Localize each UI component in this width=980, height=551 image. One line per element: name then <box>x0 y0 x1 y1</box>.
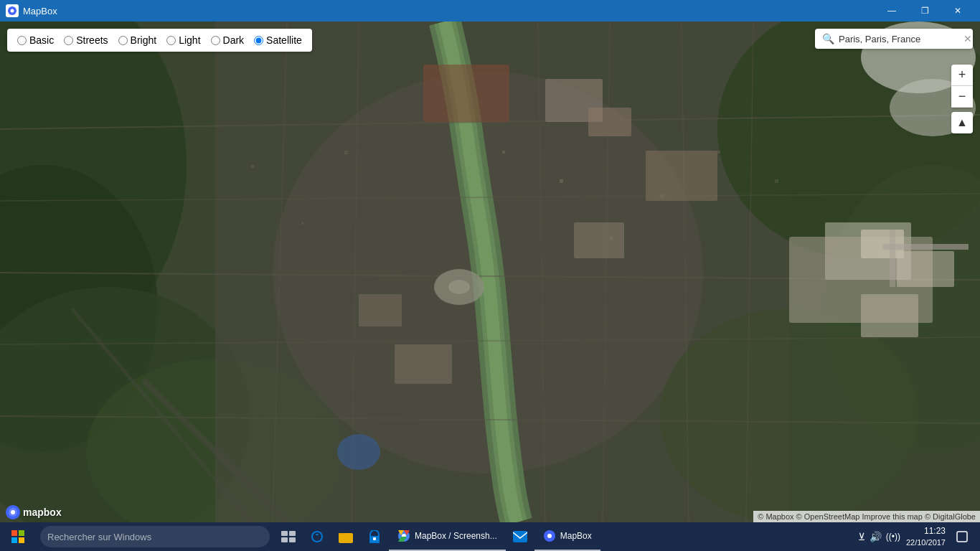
map-controls: + − ▲ <box>951 65 973 133</box>
svg-point-54 <box>11 510 15 514</box>
style-option-dark[interactable]: Dark <box>211 34 245 46</box>
svg-rect-58 <box>19 537 24 543</box>
style-radio-basic[interactable] <box>17 36 27 45</box>
taskbar-chrome-mapbox-button[interactable]: MapBox / Screensh... <box>389 522 506 551</box>
mapbox-logo-text: mapbox <box>23 507 62 518</box>
map-background <box>0 22 980 522</box>
minimize-button[interactable]: — <box>875 0 908 22</box>
clock-time: 11:23 <box>906 525 946 537</box>
svg-rect-24 <box>588 108 631 136</box>
svg-rect-44 <box>344 151 348 154</box>
taskbar-search-text: Rechercher sur Windows <box>47 532 151 542</box>
task-view-button[interactable] <box>274 522 303 551</box>
svg-rect-25 <box>646 151 717 201</box>
svg-rect-57 <box>11 537 17 543</box>
taskbar-explorer-button[interactable] <box>331 522 360 551</box>
svg-rect-59 <box>281 531 288 536</box>
style-radio-dark[interactable] <box>211 36 220 45</box>
svg-point-11 <box>660 309 918 522</box>
app-logo <box>6 4 19 17</box>
style-option-streets[interactable]: Streets <box>64 34 108 46</box>
map-attribution: © Mapbox © OpenStreetMap Improve this ma… <box>753 511 980 522</box>
mapbox-logo-icon <box>6 505 20 519</box>
titlebar-left: MapBox <box>6 4 57 17</box>
style-radio-bright[interactable] <box>118 36 128 45</box>
svg-rect-47 <box>610 237 613 240</box>
style-label-streets: Streets <box>76 34 108 46</box>
svg-rect-68 <box>513 531 527 542</box>
compass-button[interactable]: ▲ <box>951 112 973 133</box>
taskbar-search[interactable]: Rechercher sur Windows <box>40 526 270 547</box>
close-button[interactable]: ✕ <box>941 0 974 22</box>
system-tray-icons: ⊻ 🔊 ((•)) <box>858 531 900 542</box>
mapbox-logo: mapbox <box>6 505 62 519</box>
style-label-satellite: Satellite <box>266 34 302 46</box>
svg-rect-63 <box>339 533 353 543</box>
svg-point-1 <box>11 9 14 13</box>
taskbar: Rechercher sur Windows <box>0 522 980 551</box>
svg-rect-43 <box>301 222 303 225</box>
map-style-toolbar: Basic Streets Bright Light Dark Satellit… <box>7 29 312 52</box>
svg-rect-55 <box>11 530 17 536</box>
start-button[interactable] <box>0 522 36 551</box>
svg-rect-60 <box>289 531 296 536</box>
svg-rect-28 <box>574 222 624 258</box>
search-box: 🔍 ✕ <box>815 29 973 49</box>
taskbar-edge-button[interactable] <box>303 522 331 551</box>
titlebar-title: MapBox <box>23 6 57 17</box>
style-option-basic[interactable]: Basic <box>17 34 54 46</box>
search-icon: 🔍 <box>822 33 834 44</box>
style-option-bright[interactable]: Bright <box>118 34 157 46</box>
svg-rect-30 <box>395 344 452 384</box>
svg-rect-71 <box>957 532 967 542</box>
svg-rect-32 <box>448 280 470 294</box>
svg-rect-48 <box>660 194 664 198</box>
svg-rect-62 <box>289 537 296 542</box>
svg-rect-46 <box>560 179 563 183</box>
style-radio-streets[interactable] <box>64 36 73 45</box>
wifi-icon[interactable]: ((•)) <box>886 532 900 542</box>
svg-rect-33 <box>423 65 509 122</box>
svg-rect-42 <box>251 165 254 168</box>
style-radio-satellite[interactable] <box>254 36 263 45</box>
svg-rect-29 <box>359 294 402 326</box>
svg-point-39 <box>337 434 380 470</box>
titlebar-controls: — ❐ ✕ <box>875 0 974 22</box>
taskbar-store-button[interactable] <box>360 522 389 551</box>
style-label-bright: Bright <box>131 34 157 46</box>
style-radio-light[interactable] <box>166 36 176 45</box>
network-icon[interactable]: ⊻ <box>858 531 865 542</box>
notification-button[interactable] <box>951 522 973 551</box>
style-label-light: Light <box>179 34 200 46</box>
svg-rect-65 <box>373 537 376 540</box>
style-option-satellite[interactable]: Satellite <box>254 34 302 46</box>
style-label-basic: Basic <box>29 34 54 46</box>
style-label-dark: Dark <box>223 34 245 46</box>
clear-search-icon[interactable]: ✕ <box>963 33 972 44</box>
titlebar: MapBox — ❐ ✕ <box>0 0 980 22</box>
clock-date: 22/10/2017 <box>906 537 946 548</box>
maximize-button[interactable]: ❐ <box>908 0 941 22</box>
taskbar-mail-button[interactable] <box>506 522 534 551</box>
svg-rect-50 <box>775 179 778 183</box>
taskbar-mapbox-label: MapBox <box>560 531 592 541</box>
zoom-in-button[interactable]: + <box>951 65 973 86</box>
zoom-out-button[interactable]: − <box>951 86 973 108</box>
taskbar-mapbox-app-button[interactable]: MapBox <box>534 522 600 551</box>
style-option-light[interactable]: Light <box>166 34 200 46</box>
svg-rect-56 <box>19 530 24 536</box>
svg-point-70 <box>547 534 552 538</box>
volume-icon[interactable]: 🔊 <box>870 531 882 542</box>
taskbar-system-tray: ⊻ 🔊 ((•)) 11:23 22/10/2017 <box>851 522 980 551</box>
search-input[interactable] <box>839 34 959 44</box>
svg-rect-45 <box>502 151 505 154</box>
svg-rect-49 <box>717 151 720 154</box>
system-clock[interactable]: 11:23 22/10/2017 <box>906 525 946 548</box>
map-area[interactable]: Basic Streets Bright Light Dark Satellit… <box>0 22 980 522</box>
svg-rect-36 <box>897 251 954 287</box>
svg-rect-61 <box>281 537 288 542</box>
taskbar-chrome-label: MapBox / Screensh... <box>415 531 497 541</box>
attribution-text: © Mapbox © OpenStreetMap Improve this ma… <box>758 512 976 521</box>
svg-rect-52 <box>890 230 895 287</box>
